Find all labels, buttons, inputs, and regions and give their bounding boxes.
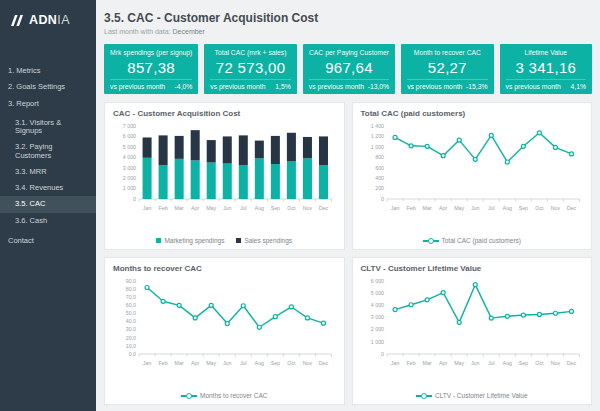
kpi-card-total-cac-mrk-sales: Total CAC (mrk + sales)72 573,00vs previ… [204, 44, 296, 94]
kpi-label: Mrk spendings (per signup) [110, 49, 192, 56]
legend-dot-icon [186, 393, 192, 399]
svg-text:Apr: Apr [191, 360, 199, 366]
kpi-value: 52,27 [428, 59, 467, 76]
sidebar-item-3-3-mrr[interactable]: 3.3. MRR [0, 164, 96, 180]
legend-label: Months to recover CAC [200, 392, 268, 399]
kpi-label: Total CAC (mrk + sales) [215, 49, 287, 56]
svg-text:Jan: Jan [390, 360, 399, 366]
chart-card-total-cac-paid-customers: Total CAC (paid customers)02004006008001… [352, 102, 593, 250]
last-month-value: December [173, 28, 205, 35]
last-month-label: Last month with data: [104, 28, 171, 35]
chart-card-cac-customer-acquisition-cost: CAC - Customer Acquisition Cost01 0002 0… [104, 102, 345, 250]
kpi-value: 967,64 [325, 59, 373, 76]
kpi-footer: vs previous month-4,0% [110, 79, 192, 90]
svg-text:10,0: 10,0 [126, 343, 136, 349]
svg-text:Jun: Jun [470, 205, 479, 211]
sidebar-item-2-goals-settings[interactable]: 2. Goals Settings [0, 79, 96, 95]
legend-label: Marketing spendings [164, 237, 224, 244]
svg-text:0: 0 [381, 351, 384, 357]
svg-text:Aug: Aug [255, 360, 264, 366]
kpi-footer: vs previous month4,1% [506, 79, 586, 90]
svg-text:600: 600 [375, 165, 384, 171]
svg-text:May: May [206, 205, 216, 211]
svg-text:20,0: 20,0 [126, 335, 136, 341]
legend-swatch-icon [156, 238, 161, 243]
chart-plot-cltv-customer-lifetime-value: 01 0002 0003 0004 0005 0006 000JanFebMar… [361, 276, 584, 376]
svg-text:Apr: Apr [439, 205, 447, 211]
kpi-row: Mrk spendings (per signup)857,38vs previ… [104, 44, 592, 94]
svg-text:1 000: 1 000 [123, 185, 136, 191]
legend-dot-icon [421, 393, 427, 399]
svg-text:Feb: Feb [159, 205, 168, 211]
svg-text:May: May [206, 360, 216, 366]
svg-text:Jul: Jul [240, 360, 247, 366]
last-month-note: Last month with data:December [104, 28, 592, 35]
kpi-label: Month to recover CAC [414, 49, 481, 56]
svg-text:0,0: 0,0 [129, 351, 136, 357]
sidebar-item-3-5-cac[interactable]: 3.5. CAC [0, 196, 96, 212]
svg-text:Feb: Feb [159, 360, 168, 366]
sidebar-item-3-2-paying-customers[interactable]: 3.2. Paying Customers [0, 139, 96, 164]
svg-text:Oct: Oct [287, 205, 296, 211]
svg-text:6 000: 6 000 [370, 278, 383, 284]
svg-text:Sep: Sep [518, 205, 527, 211]
kpi-footer-label: vs previous month [210, 83, 265, 90]
chart-title: Months to recover CAC [113, 264, 336, 273]
sidebar-item-1-metrics[interactable]: 1. Metrics [0, 63, 96, 79]
sidebar-item-3-1-visitors-signups[interactable]: 3.1. Visitors & Signups [0, 115, 96, 140]
legend-item-marketing-spendings: Marketing spendings [156, 237, 224, 244]
legend-item-cltv-customer-lifetime-value: CLTV - Customer Lifetime Value [416, 392, 528, 399]
svg-text:5 000: 5 000 [370, 290, 383, 296]
main-content: 3.5. CAC - Customer Acquisition Cost Las… [96, 0, 600, 411]
legend-label: Sales spendings [244, 237, 292, 244]
svg-text:Mar: Mar [175, 205, 184, 211]
svg-text:Jun: Jun [223, 205, 232, 211]
kpi-footer: vs previous month-13,0% [309, 79, 389, 90]
svg-text:4 000: 4 000 [123, 154, 136, 160]
sidebar-item-3-6-cash[interactable]: 3.6. Cash [0, 213, 96, 229]
svg-text:Apr: Apr [191, 205, 199, 211]
svg-text:Jan: Jan [143, 360, 152, 366]
double-slash-icon [9, 14, 25, 27]
kpi-footer-label: vs previous month [110, 83, 165, 90]
svg-text:Feb: Feb [406, 360, 415, 366]
svg-text:0: 0 [381, 196, 384, 202]
svg-text:0: 0 [133, 196, 136, 202]
kpi-footer-label: vs previous month [309, 83, 364, 90]
svg-text:Jun: Jun [223, 360, 232, 366]
svg-text:80,0: 80,0 [126, 286, 136, 292]
legend-swatch-icon [236, 238, 241, 243]
chart-card-cltv-customer-lifetime-value: CLTV - Customer Lifetime Value01 0002 00… [352, 257, 593, 405]
chart-legend: Months to recover CAC [113, 389, 336, 401]
svg-text:Mar: Mar [175, 360, 184, 366]
legend-item-total-cac-paid-customers: Total CAC (paid customers) [423, 237, 521, 244]
kpi-card-month-to-recover-cac: Month to recover CAC52,27vs previous mon… [401, 44, 493, 94]
legend-line-marker-icon [416, 395, 432, 397]
kpi-delta: 1,5% [275, 83, 291, 90]
svg-text:Aug: Aug [502, 360, 511, 366]
sidebar-item-contact[interactable]: Contact [0, 233, 96, 249]
svg-text:May: May [454, 360, 464, 366]
svg-text:Oct: Oct [287, 360, 296, 366]
svg-text:May: May [454, 205, 464, 211]
svg-text:Jan: Jan [390, 205, 399, 211]
kpi-delta: 4,1% [570, 83, 586, 90]
svg-text:2 000: 2 000 [370, 326, 383, 332]
kpi-label: CAC per Paying Customer [309, 49, 389, 56]
svg-text:Aug: Aug [255, 205, 264, 211]
svg-text:Apr: Apr [439, 360, 447, 366]
svg-text:Nov: Nov [550, 205, 560, 211]
chart-title: CLTV - Customer Lifetime Value [361, 264, 584, 273]
svg-text:60,0: 60,0 [126, 302, 136, 308]
kpi-footer: vs previous month1,5% [210, 79, 290, 90]
svg-text:Mar: Mar [422, 360, 431, 366]
sidebar-item-3-4-revenues[interactable]: 3.4. Revenues [0, 180, 96, 196]
svg-text:1 000: 1 000 [370, 144, 383, 150]
svg-text:5 000: 5 000 [123, 144, 136, 150]
brand-name: ADNIA [29, 13, 70, 27]
kpi-value: 72 573,00 [216, 59, 285, 76]
svg-text:Sep: Sep [271, 360, 280, 366]
sidebar-item-3-report[interactable]: 3. Report [0, 96, 96, 112]
kpi-card-cac-per-paying-customer: CAC per Paying Customer967,64vs previous… [303, 44, 395, 94]
kpi-value: 3 341,16 [515, 59, 576, 76]
